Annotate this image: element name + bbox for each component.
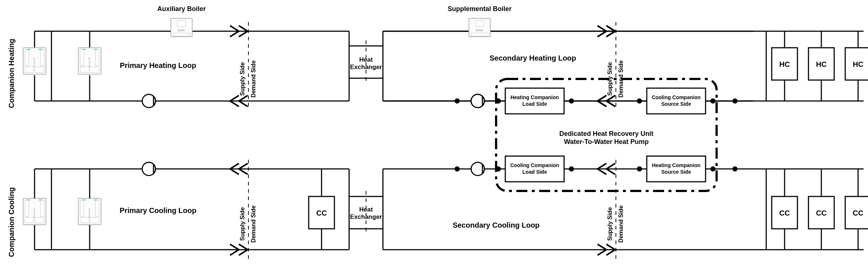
supply-side-label-pc: Supply Side — [239, 207, 245, 241]
pump-primary-cooling — [142, 162, 158, 176]
cooling-companion-source-side: Cooling Companion Source Side — [647, 88, 706, 114]
svg-text:CC: CC — [816, 209, 827, 217]
ashp-cooling-1 — [23, 198, 51, 250]
svg-text:CC: CC — [779, 209, 790, 217]
ashp-unit-2 — [78, 31, 101, 101]
side-label-heating: Companion Heating — [7, 39, 15, 108]
heating-companion-load-side: Heating Companion Load Side — [505, 88, 564, 114]
cooling-companion-load-side: Cooling Companion Load Side — [505, 156, 564, 182]
pump-primary-heating — [142, 94, 158, 108]
svg-text:Cooling Companion: Cooling Companion — [510, 162, 559, 168]
aux-boiler-label: Auxiliary Boiler — [157, 5, 206, 12]
ashp-unit-1 — [23, 31, 51, 101]
primary-cooling-loop-label: Primary Cooling Loop — [120, 206, 197, 214]
secondary-cooling-loop-label: Secondary Cooling Loop — [453, 221, 540, 229]
svg-point-88 — [455, 98, 460, 104]
demand-side-label-ph: Demand Side — [250, 60, 257, 97]
svg-text:Load Side: Load Side — [523, 169, 547, 175]
svg-point-93 — [732, 98, 738, 104]
svg-text:HC: HC — [816, 60, 827, 68]
svg-text:Load Side: Load Side — [523, 101, 547, 107]
svg-point-132 — [732, 166, 738, 171]
demand-side-label-pc: Demand Side — [250, 205, 257, 242]
primary-heating-loop-label: Primary Heating Loop — [120, 61, 196, 69]
svg-point-128 — [496, 166, 501, 171]
svg-point-92 — [710, 98, 715, 104]
svg-point-131 — [710, 166, 715, 171]
side-label-cooling: Companion Cooling — [7, 187, 15, 257]
dhr-label-2: Water-To-Water Heat Pump — [564, 138, 649, 145]
secondary-heating-loop-label: Secondary Heating Loop — [489, 54, 576, 62]
heat-exchanger-heating: Heat Exchanger — [349, 40, 383, 84]
svg-text:Exchanger: Exchanger — [350, 213, 382, 220]
svg-point-90 — [569, 98, 574, 104]
svg-text:Cooling Companion: Cooling Companion — [652, 94, 701, 100]
svg-text:Heat: Heat — [359, 206, 373, 213]
cc-1: CC — [772, 169, 797, 250]
auxiliary-boiler — [171, 18, 192, 37]
heat-exchanger-cooling: Heat Exchanger — [349, 191, 383, 235]
supply-side-label-ph: Supply Side — [239, 62, 245, 96]
supply-side-label-sc: Supply Side — [607, 207, 613, 241]
svg-point-129 — [569, 166, 574, 171]
dhr-label-1: Dedicated Heat Recovery Unit — [559, 130, 653, 137]
svg-point-127 — [455, 166, 460, 171]
svg-point-130 — [637, 166, 642, 171]
svg-text:CC: CC — [316, 209, 327, 217]
demand-side-label-sc: Demand Side — [618, 205, 624, 242]
svg-text:Heating Companion: Heating Companion — [510, 94, 559, 100]
svg-text:Exchanger: Exchanger — [350, 64, 382, 71]
svg-text:Source Side: Source Side — [661, 101, 691, 107]
svg-text:Heat: Heat — [359, 56, 373, 63]
supp-boiler-label: Supplemental Boiler — [448, 5, 512, 12]
svg-text:Source Side: Source Side — [661, 169, 691, 175]
cc-2: CC — [808, 169, 834, 250]
svg-point-91 — [637, 98, 642, 104]
supplemental-boiler-redraw — [469, 18, 490, 37]
cc-primary: CC — [309, 169, 334, 250]
cc-3: CC — [845, 169, 868, 250]
svg-text:CC: CC — [853, 209, 864, 217]
heating-companion-source-side: Heating Companion Source Side — [647, 156, 706, 182]
svg-text:HC: HC — [853, 60, 864, 68]
svg-text:Heating Companion: Heating Companion — [652, 162, 700, 168]
pump-secondary-cooling — [471, 162, 487, 176]
svg-text:HC: HC — [779, 60, 790, 68]
